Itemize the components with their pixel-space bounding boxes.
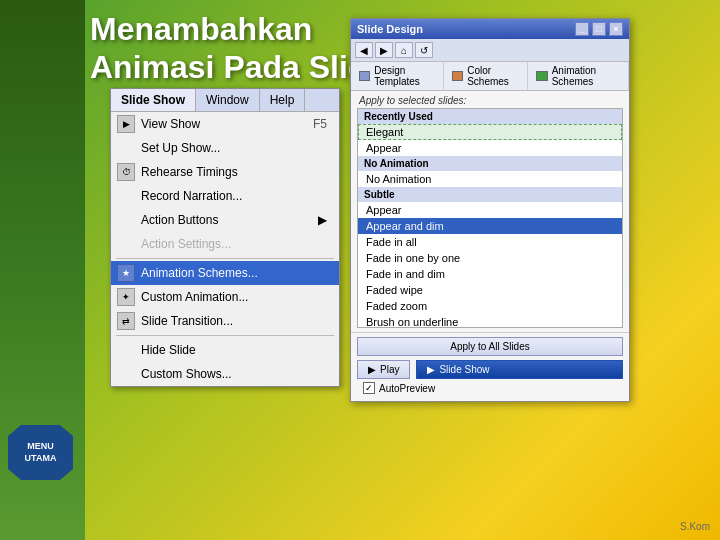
menu-item-setup-show[interactable]: Set Up Show... [111,136,339,160]
minimize-button[interactable]: _ [575,22,589,36]
menu-item-record-narration[interactable]: Record Narration... [111,184,339,208]
apply-to-all-slides-button[interactable]: Apply to All Slides [357,337,623,356]
list-item-appear-recent[interactable]: Appear [358,140,622,156]
slide-design-titlebar: Slide Design _ □ × [351,19,629,39]
menu-item-rehearse-timings[interactable]: ⏱ Rehearse Timings [111,160,339,184]
menu-utama-badge[interactable]: MENU UTAMA [8,425,73,480]
bottom-buttons: ▶ Play ▶ Slide Show [357,360,623,379]
nav-forward-button[interactable]: ▶ [375,42,393,58]
slide-design-panel: Slide Design _ □ × ◀ ▶ ⌂ ↺ Design Templa… [350,18,630,402]
autopreview-label: AutoPreview [379,383,435,394]
design-templates-icon [359,71,370,81]
list-item-appear[interactable]: Appear [358,202,622,218]
tab-slideshow[interactable]: Slide Show [111,89,196,111]
slideshow-menu: Slide Show Window Help ▶ View Show F5 Se… [110,88,340,387]
group-subtle: Subtle [358,187,622,202]
slide-design-title: Slide Design [357,23,423,35]
title-line2: Animasi Pada Slide [90,48,385,86]
menu-item-custom-animation[interactable]: ✦ Custom Animation... [111,285,339,309]
sd-footer: Apply to All Slides ▶ Play ▶ Slide Show … [351,332,629,401]
play-icon: ▶ [368,364,376,375]
autopreview-row: ✓ AutoPreview [357,379,623,397]
menu-item-action-buttons[interactable]: Action Buttons ▶ [111,208,339,232]
slideshow-button[interactable]: ▶ Slide Show [416,360,623,379]
menu-item-slide-transition[interactable]: ⇄ Slide Transition... [111,309,339,333]
separator-2 [116,335,334,336]
group-no-animation: No Animation [358,156,622,171]
nav-refresh-button[interactable]: ↺ [415,42,433,58]
separator-1 [116,258,334,259]
title-line1: Menambahkan [90,10,385,48]
slideshow-icon: ▶ [427,364,435,375]
color-schemes-icon [452,71,463,81]
animation-schemes-icon [536,71,547,81]
tab-design-templates[interactable]: Design Templates [351,62,444,90]
nav-back-button[interactable]: ◀ [355,42,373,58]
tab-window[interactable]: Window [196,89,260,111]
list-item-fade-in-all[interactable]: Fade in all [358,234,622,250]
menu-item-view-show[interactable]: ▶ View Show F5 [111,112,339,136]
list-item-no-animation[interactable]: No Animation [358,171,622,187]
animation-schemes-list[interactable]: Recently Used Elegant Appear No Animatio… [357,108,623,328]
page-title: Menambahkan Animasi Pada Slide [90,10,385,87]
nav-home-button[interactable]: ⌂ [395,42,413,58]
tab-animation-schemes[interactable]: Animation Schemes [528,62,629,90]
rehearse-icon: ⏱ [117,163,135,181]
menu-item-custom-shows[interactable]: Custom Shows... [111,362,339,386]
menu-item-action-settings: Action Settings... [111,232,339,256]
list-item-elegant[interactable]: Elegant [358,124,622,140]
titlebar-buttons: _ □ × [575,22,623,36]
utama-label: UTAMA [25,453,57,465]
autopreview-checkbox[interactable]: ✓ [363,382,375,394]
close-button[interactable]: × [609,22,623,36]
menu-tabs: Slide Show Window Help [111,89,339,112]
menu-item-animation-schemes[interactable]: ★ Animation Schemes... [111,261,339,285]
list-item-appear-and-dim[interactable]: Appear and dim [358,218,622,234]
transition-icon: ⇄ [117,312,135,330]
menu-label: MENU [27,441,54,453]
view-show-icon: ▶ [117,115,135,133]
animation-icon: ★ [117,264,135,282]
list-item-fade-in-and-dim[interactable]: Fade in and dim [358,266,622,282]
sd-tabs: Design Templates Color Schemes Animation… [351,62,629,91]
watermark: S.Kom [680,521,710,532]
submenu-arrow: ▶ [318,213,327,227]
apply-section-label: Apply to selected slides: [351,91,629,108]
list-item-faded-zoom[interactable]: Faded zoom [358,298,622,314]
list-item-fade-in-one-by-one[interactable]: Fade in one by one [358,250,622,266]
menu-item-hide-slide[interactable]: Hide Slide [111,338,339,362]
sd-navbar: ◀ ▶ ⌂ ↺ [351,39,629,62]
maximize-button[interactable]: □ [592,22,606,36]
tab-color-schemes[interactable]: Color Schemes [444,62,528,90]
group-recently-used: Recently Used [358,109,622,124]
custom-anim-icon: ✦ [117,288,135,306]
tab-help[interactable]: Help [260,89,306,111]
list-item-brush-on-underline[interactable]: Brush on underline [358,314,622,328]
play-button[interactable]: ▶ Play [357,360,410,379]
list-item-faded-wipe[interactable]: Faded wipe [358,282,622,298]
